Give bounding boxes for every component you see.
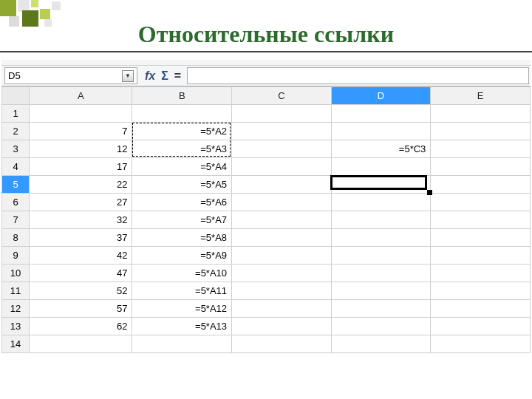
spreadsheet-grid[interactable]: ABCDE 127=5*A2312=5*A3=5*C3417=5*A4522=5…	[1, 86, 531, 353]
cell-E3[interactable]	[431, 140, 531, 158]
cell-C14[interactable]	[232, 335, 332, 353]
cell-B6[interactable]: =5*A6	[132, 194, 232, 211]
cell-E8[interactable]	[431, 229, 531, 247]
cell-A5[interactable]: 22	[30, 176, 132, 194]
cell-A2[interactable]: 7	[30, 123, 132, 140]
cell-D10[interactable]	[331, 265, 431, 282]
row-header-11[interactable]: 11	[2, 282, 30, 300]
cell-D5[interactable]	[331, 176, 431, 194]
cell-E4[interactable]	[431, 158, 531, 176]
cell-D11[interactable]	[331, 282, 431, 300]
cell-B4[interactable]: =5*A4	[132, 158, 232, 176]
cell-C13[interactable]	[232, 318, 332, 335]
cell-A11[interactable]: 52	[30, 282, 132, 300]
row-header-13[interactable]: 13	[2, 318, 30, 335]
cell-D13[interactable]	[331, 318, 431, 335]
cell-C1[interactable]	[232, 105, 332, 123]
cell-A10[interactable]: 47	[30, 265, 132, 282]
cell-D7[interactable]	[331, 211, 431, 229]
cell-E11[interactable]	[431, 282, 531, 300]
cell-E10[interactable]	[431, 265, 531, 282]
name-box[interactable]: D5 ▼	[4, 67, 137, 84]
cell-C8[interactable]	[232, 229, 332, 247]
cell-C12[interactable]	[232, 300, 332, 318]
cell-C2[interactable]	[232, 123, 332, 140]
cell-A6[interactable]: 27	[30, 194, 132, 211]
cell-D14[interactable]	[331, 335, 431, 353]
cell-A12[interactable]: 57	[30, 300, 132, 318]
cell-C4[interactable]	[232, 158, 332, 176]
cell-D2[interactable]	[331, 123, 431, 140]
cell-E14[interactable]	[431, 335, 531, 353]
cell-B2[interactable]: =5*A2	[132, 123, 232, 140]
row-header-3[interactable]: 3	[2, 140, 30, 158]
column-header-C[interactable]: C	[232, 87, 332, 105]
cell-E9[interactable]	[431, 247, 531, 265]
row-header-7[interactable]: 7	[2, 211, 30, 229]
cell-A7[interactable]: 32	[30, 211, 132, 229]
cell-C6[interactable]	[232, 194, 332, 211]
cell-B7[interactable]: =5*A7	[132, 211, 232, 229]
cell-E12[interactable]	[431, 300, 531, 318]
fill-handle[interactable]	[427, 190, 432, 195]
cell-C11[interactable]	[232, 282, 332, 300]
row-header-10[interactable]: 10	[2, 265, 30, 282]
cell-A8[interactable]: 37	[30, 229, 132, 247]
cell-A4[interactable]: 17	[30, 158, 132, 176]
row-header-5[interactable]: 5	[2, 176, 30, 194]
column-header-D[interactable]: D	[331, 87, 431, 105]
row-header-2[interactable]: 2	[2, 123, 30, 140]
cell-B13[interactable]: =5*A13	[132, 318, 232, 335]
cell-B10[interactable]: =5*A10	[132, 265, 232, 282]
cell-D6[interactable]	[331, 194, 431, 211]
cell-B3[interactable]: =5*A3	[132, 140, 232, 158]
cell-D9[interactable]	[331, 247, 431, 265]
column-header-A[interactable]: A	[30, 87, 132, 105]
cell-B12[interactable]: =5*A12	[132, 300, 232, 318]
column-header-B[interactable]: B	[132, 87, 232, 105]
cell-D1[interactable]	[331, 105, 431, 123]
row-header-4[interactable]: 4	[2, 158, 30, 176]
cell-E6[interactable]	[431, 194, 531, 211]
equals-icon[interactable]: =	[174, 69, 181, 83]
row-header-1[interactable]: 1	[2, 105, 30, 123]
name-box-dropdown-icon[interactable]: ▼	[122, 70, 134, 82]
cell-D12[interactable]	[331, 300, 431, 318]
row-header-8[interactable]: 8	[2, 229, 30, 247]
function-wizard-icon[interactable]: fx	[145, 69, 155, 83]
cell-B14[interactable]	[132, 335, 232, 353]
formula-input[interactable]	[187, 67, 529, 84]
cell-E2[interactable]	[431, 123, 531, 140]
cell-C10[interactable]	[232, 265, 332, 282]
cell-C9[interactable]	[232, 247, 332, 265]
row-header-14[interactable]: 14	[2, 335, 30, 353]
cell-C7[interactable]	[232, 211, 332, 229]
cell-D4[interactable]	[331, 158, 431, 176]
cell-D3[interactable]: =5*C3	[331, 140, 431, 158]
select-all-corner[interactable]	[2, 87, 30, 105]
cell-C3[interactable]	[232, 140, 332, 158]
cell-B1[interactable]	[132, 105, 232, 123]
cell-A9[interactable]: 42	[30, 247, 132, 265]
column-header-E[interactable]: E	[431, 87, 531, 105]
row-header-9[interactable]: 9	[2, 247, 30, 265]
cell-A13[interactable]: 62	[30, 318, 132, 335]
sum-icon[interactable]: Σ	[161, 69, 168, 83]
cell-D8[interactable]	[331, 229, 431, 247]
cell-C5[interactable]	[232, 176, 332, 194]
cell-B5[interactable]: =5*A5	[132, 176, 232, 194]
cell-B11[interactable]: =5*A11	[132, 282, 232, 300]
cell-E7[interactable]	[431, 211, 531, 229]
cell-B9[interactable]: =5*A9	[132, 247, 232, 265]
row-header-12[interactable]: 12	[2, 300, 30, 318]
cell-E13[interactable]	[431, 318, 531, 335]
cell-E5[interactable]	[431, 176, 531, 194]
cell-E1[interactable]	[431, 105, 531, 123]
row-header-6[interactable]: 6	[2, 194, 30, 211]
cell-B8[interactable]: =5*A8	[132, 229, 232, 247]
cell-A1[interactable]	[30, 105, 132, 123]
toolbar-strip	[1, 60, 531, 66]
formula-icons: fx Σ =	[140, 66, 185, 86]
cell-A14[interactable]	[30, 335, 132, 353]
cell-A3[interactable]: 12	[30, 140, 132, 158]
